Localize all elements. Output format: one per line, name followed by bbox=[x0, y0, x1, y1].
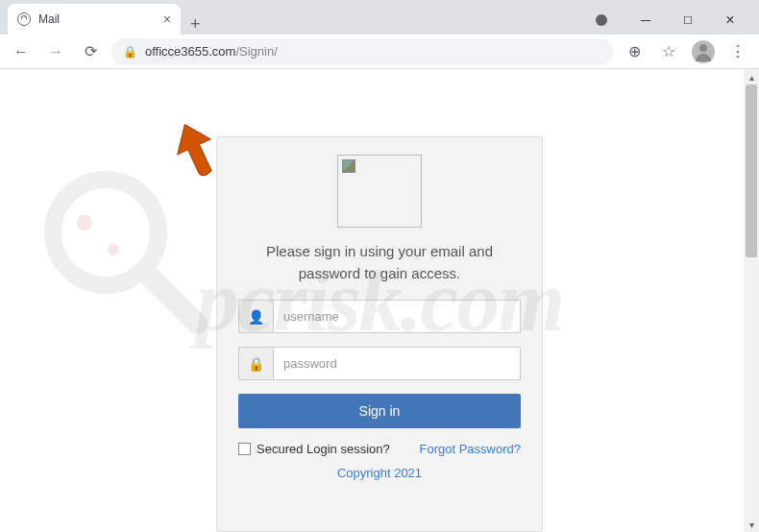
toolbar: ← → ⟳ 🔒 officce3655.com/Signin/ ⊕ ☆ ⋮ bbox=[0, 35, 759, 69]
scrollbar[interactable]: ▴ ▾ bbox=[744, 69, 759, 532]
titlebar: Mail × + ☐ × bbox=[0, 0, 759, 35]
scroll-up-icon[interactable]: ▴ bbox=[744, 69, 759, 85]
signin-heading: Please sign in using your email and pass… bbox=[238, 241, 521, 284]
svg-line-3 bbox=[146, 273, 197, 324]
annotation-arrow bbox=[168, 117, 226, 188]
secured-label: Secured Login session? bbox=[257, 442, 390, 456]
bookmark-icon[interactable]: ☆ bbox=[655, 42, 682, 60]
menu-button[interactable]: ⋮ bbox=[724, 42, 751, 60]
checkbox-icon[interactable] bbox=[238, 443, 251, 455]
logo-placeholder bbox=[337, 155, 422, 228]
options-row: Secured Login session? Forgot Password? bbox=[238, 442, 521, 456]
forward-button[interactable]: → bbox=[42, 38, 69, 65]
profile-avatar[interactable] bbox=[690, 40, 717, 63]
incognito-dot-icon bbox=[596, 14, 607, 26]
broken-image-icon bbox=[342, 159, 355, 173]
browser-tab[interactable]: Mail × bbox=[8, 4, 181, 35]
page-content: ▴ ▾ pcrisk.com Please sign in using your… bbox=[0, 69, 759, 532]
signin-button[interactable]: Sign in bbox=[238, 394, 521, 428]
svg-point-0 bbox=[53, 180, 159, 285]
username-input[interactable] bbox=[274, 301, 520, 332]
scroll-down-icon[interactable]: ▾ bbox=[744, 517, 759, 532]
user-icon: 👤 bbox=[239, 301, 274, 332]
address-bar[interactable]: 🔒 officce3655.com/Signin/ bbox=[111, 38, 613, 65]
username-group: 👤 bbox=[238, 300, 521, 333]
tab-title: Mail bbox=[38, 12, 156, 26]
browser-chrome: Mail × + ☐ × ← → ⟳ 🔒 officce3655.com/Sig… bbox=[0, 0, 759, 69]
maximize-button[interactable]: ☐ bbox=[667, 6, 709, 35]
forgot-password-link[interactable]: Forgot Password? bbox=[420, 442, 522, 456]
back-button[interactable]: ← bbox=[8, 38, 35, 65]
svg-point-2 bbox=[108, 244, 119, 255]
password-input[interactable] bbox=[274, 348, 520, 379]
new-tab-button[interactable]: + bbox=[181, 14, 210, 35]
reload-button[interactable]: ⟳ bbox=[77, 38, 104, 65]
close-icon[interactable]: × bbox=[163, 12, 171, 27]
copyright-text: Copyright 2021 bbox=[238, 466, 521, 480]
url-text: officce3655.com/Signin/ bbox=[145, 44, 278, 59]
svg-point-1 bbox=[77, 215, 92, 230]
minimize-button[interactable] bbox=[624, 6, 667, 35]
login-card: Please sign in using your email and pass… bbox=[216, 136, 543, 532]
lock-field-icon: 🔒 bbox=[239, 348, 274, 379]
zoom-icon[interactable]: ⊕ bbox=[621, 42, 648, 60]
close-window-button[interactable]: × bbox=[709, 6, 751, 35]
window-controls: ☐ × bbox=[596, 6, 751, 35]
globe-icon bbox=[17, 12, 31, 26]
copyright-link[interactable]: Copyright 2021 bbox=[337, 466, 422, 480]
scrollbar-thumb[interactable] bbox=[746, 85, 757, 257]
secured-session-checkbox[interactable]: Secured Login session? bbox=[238, 442, 390, 456]
lock-icon: 🔒 bbox=[123, 45, 137, 59]
password-group: 🔒 bbox=[238, 347, 521, 380]
